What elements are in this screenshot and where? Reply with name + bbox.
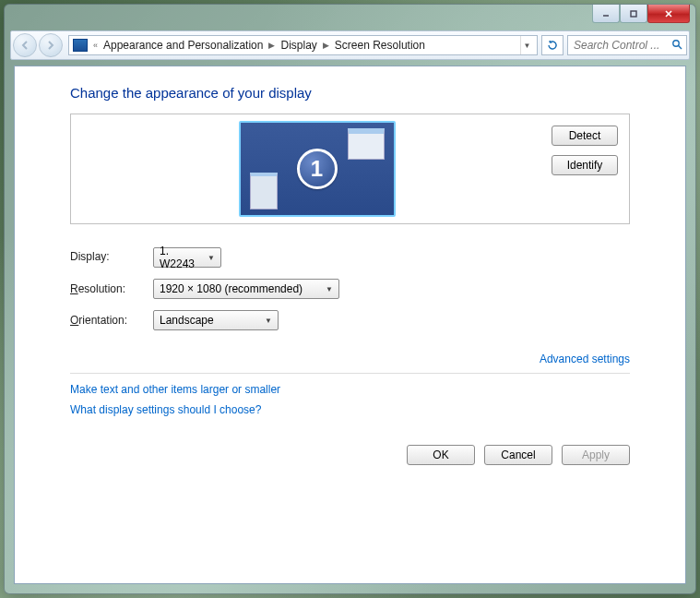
- chevron-down-icon: ▼: [265, 317, 272, 325]
- orientation-select[interactable]: Landscape ▼: [153, 310, 279, 330]
- address-dropdown[interactable]: ▼: [520, 35, 533, 55]
- forward-button[interactable]: [39, 33, 63, 57]
- svg-rect-1: [631, 11, 636, 17]
- cancel-button[interactable]: Cancel: [484, 445, 552, 465]
- search-input[interactable]: [572, 38, 671, 53]
- orientation-label: Orientation:: [70, 314, 153, 327]
- monitor-number: 1: [297, 149, 338, 189]
- monitor-preview-1[interactable]: 1: [239, 121, 396, 217]
- apply-button[interactable]: Apply: [562, 445, 630, 465]
- display-help-link[interactable]: What display settings should I choose?: [70, 403, 630, 416]
- control-panel-icon: [73, 39, 88, 52]
- chevron-icon[interactable]: ▶: [268, 41, 275, 50]
- breadcrumb-overflow[interactable]: «: [93, 41, 98, 50]
- address-bar[interactable]: « Appearance and Personalization ▶ Displ…: [68, 35, 538, 55]
- maximize-button[interactable]: [620, 5, 647, 23]
- chevron-down-icon: ▼: [326, 285, 333, 293]
- close-button[interactable]: [647, 5, 690, 23]
- ok-button[interactable]: OK: [407, 445, 475, 465]
- chevron-icon[interactable]: ▶: [323, 41, 329, 50]
- display-preview: 1 Detect Identify: [70, 114, 630, 224]
- refresh-button[interactable]: [541, 35, 564, 55]
- breadcrumb-screen-resolution[interactable]: Screen Resolution: [335, 39, 425, 52]
- search-box[interactable]: [567, 35, 687, 55]
- toolbar: « Appearance and Personalization ▶ Displ…: [10, 30, 690, 60]
- orientation-select-value: Landscape: [160, 314, 214, 327]
- breadcrumb-display[interactable]: Display: [280, 39, 316, 52]
- resolution-label: Resolution:: [70, 282, 153, 295]
- resolution-select-value: 1920 × 1080 (recommended): [160, 282, 303, 295]
- minimize-button[interactable]: [592, 5, 620, 23]
- search-icon[interactable]: [671, 39, 682, 53]
- dialog-buttons: OK Cancel Apply: [407, 445, 630, 465]
- caption-buttons: [592, 5, 690, 23]
- identify-button[interactable]: Identify: [552, 155, 618, 175]
- preview-window-icon: [348, 128, 385, 160]
- resolution-select[interactable]: 1920 × 1080 (recommended) ▼: [153, 279, 339, 299]
- make-text-larger-link[interactable]: Make text and other items larger or smal…: [70, 383, 630, 396]
- display-select-value: 1. W2243: [160, 245, 200, 270]
- detect-button[interactable]: Detect: [552, 126, 618, 146]
- back-button[interactable]: [13, 33, 37, 57]
- chevron-down-icon: ▼: [208, 254, 215, 262]
- display-select[interactable]: 1. W2243 ▼: [153, 247, 221, 268]
- svg-line-5: [679, 45, 682, 48]
- settings-form: Display: 1. W2243 ▼ Resolution: 1920 × 1…: [70, 245, 630, 330]
- breadcrumb-appearance[interactable]: Appearance and Personalization: [103, 39, 263, 52]
- window-frame: « Appearance and Personalization ▶ Displ…: [4, 4, 696, 594]
- preview-window-icon: [250, 173, 278, 209]
- display-label: Display:: [70, 250, 153, 263]
- advanced-settings-link[interactable]: Advanced settings: [540, 353, 630, 365]
- page-title: Change the appearance of your display: [70, 85, 630, 101]
- svg-point-4: [673, 40, 679, 45]
- content-panel: Change the appearance of your display 1 …: [14, 66, 686, 584]
